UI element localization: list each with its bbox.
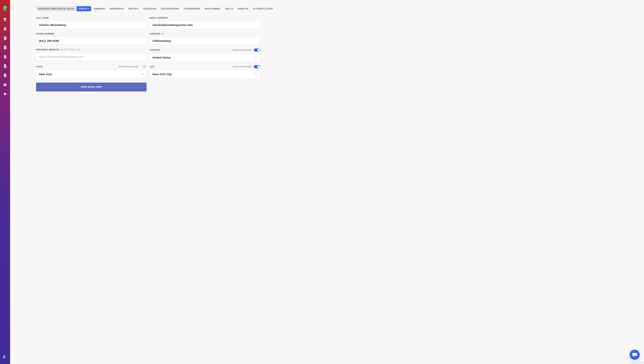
field-state: STATE SHOW ON RESUME New York [36,65,146,78]
tab-finish-up[interactable]: FINISH UP [236,6,250,11]
svg-point-4 [4,93,6,95]
nav-document-lines-icon[interactable] [3,36,7,40]
label-linkedin: LINKEDIN URL [150,32,165,35]
tab-certifications[interactable]: CERTIFICATIONS [159,6,181,11]
nav-checklist-icon[interactable] [3,46,7,49]
input-phone[interactable] [36,36,146,45]
tab-involvement[interactable]: INVOLVEMENT [203,6,222,11]
version-text: version: 67c423 [630,362,644,364]
toggle-state-show[interactable] [140,65,146,68]
label-country: COUNTRY [150,49,160,51]
input-email[interactable] [150,20,260,29]
label-full-name: FULL NAME [36,17,49,19]
label-city: CITY [150,66,155,68]
tab-resume-title[interactable]: ASSISTANT DIRECTOR OF SALES [36,6,76,11]
nav-profile-icon[interactable] [3,74,7,77]
nav-chat-icon[interactable] [3,92,7,96]
app-logo[interactable] [3,6,7,11]
label-website: PERSONAL WEBSITE OR RELEVANT LINK [36,48,81,51]
chat-icon [632,352,637,357]
svg-rect-1 [4,66,6,67]
field-website: PERSONAL WEBSITE OR RELEVANT LINK [36,48,146,62]
tab-skills[interactable]: SKILLS [223,6,235,11]
tab-project[interactable]: PROJECT [126,6,140,11]
tab-coursework[interactable]: COURSEWORK [182,6,202,11]
svg-point-2 [5,74,6,76]
label-state: STATE [36,66,43,68]
input-linkedin[interactable] [150,36,260,45]
field-email: EMAIL ADDRESS [150,17,260,29]
label-email: EMAIL ADDRESS [150,17,168,19]
nav-create-icon[interactable] [3,18,7,21]
nav-video-icon[interactable] [3,64,7,68]
tab-summary[interactable]: SUMMARY [92,6,107,11]
select-state[interactable]: New York [36,70,146,78]
label-phone: PHONE NUMBER [36,32,54,35]
input-full-name[interactable] [36,20,146,29]
toggle-label-country: SHOW ON RESUME [232,49,252,51]
toggle-label-city: SHOW ON RESUME [232,66,252,68]
tabs-bar: ASSISTANT DIRECTOR OF SALES CONTACT SUMM… [36,6,636,11]
tab-experience[interactable]: EXPERIENCE [108,6,126,11]
tab-contact[interactable]: CONTACT [76,6,91,11]
nav-edit-icon[interactable] [3,55,7,58]
toggle-label-state: SHOW ON RESUME [119,66,138,68]
field-full-name: FULL NAME [36,17,146,29]
sidebar [0,0,10,364]
field-city: CITY SHOW ON RESUME New York City [150,65,260,78]
field-linkedin: LINKEDIN URL [150,32,260,45]
nav-card-icon[interactable] [3,83,7,86]
tab-ai-cover-letter[interactable]: AI COVER LETTER [251,6,275,11]
input-website[interactable] [36,52,146,61]
nav-logout-icon[interactable] [3,355,7,358]
field-phone: PHONE NUMBER [36,32,146,45]
main-content: ASSISTANT DIRECTOR OF SALES CONTACT SUMM… [10,0,644,364]
select-country[interactable]: United States [150,53,260,62]
select-city[interactable]: New York City [150,70,260,78]
save-basic-info-button[interactable]: SAVE BASIC INFO [36,82,146,92]
tab-education[interactable]: EDUCATION [142,6,158,11]
contact-form: FULL NAME EMAIL ADDRESS PHONE NUMBER LIN… [36,17,260,92]
toggle-city-show[interactable] [254,65,260,68]
toggle-country-show[interactable] [254,48,260,52]
nav-document-icon[interactable] [3,27,7,30]
chat-launcher-button[interactable] [630,350,640,360]
field-country: COUNTRY SHOW ON RESUME United States [150,48,260,62]
